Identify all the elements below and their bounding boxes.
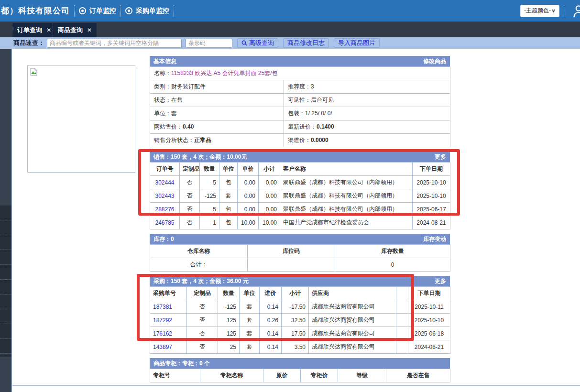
tab-order-query[interactable]: 订单查询 ✕ <box>12 23 56 37</box>
po-link[interactable]: 143897 <box>150 340 187 354</box>
channel-price-label: 渠道价： <box>288 137 311 143</box>
col-order-no: 订单号 <box>150 163 180 176</box>
sales-header-row: 订单号 定制品 数量 单位 单价 小计 客户名称 下单日期 <box>150 163 450 176</box>
collapsed-sidebar-menu <box>0 206 11 357</box>
col-stock-qty: 库存数量 <box>335 245 450 258</box>
sidebar-collapsed-item[interactable] <box>0 309 11 324</box>
packaging-value: 1/ 25/ 0/ 0/ <box>305 110 332 117</box>
purchase-row: 176162 否 125 套 0.14 17.50 成都欣兴达商贸有限公司 20… <box>150 327 450 340</box>
tab-order-query-label: 订单查询 <box>17 26 42 34</box>
close-icon[interactable]: ✕ <box>87 27 92 33</box>
info-row: 状态：在售 可见性：后台可见 <box>150 94 450 107</box>
sidebar-collapsed-item[interactable] <box>0 220 11 235</box>
basic-info-panel: 基本信息 修改商品 名称：1158233 欣兴达 A5 会计凭单封面 25套/包… <box>150 56 450 147</box>
visibility-label: 可见性： <box>288 97 311 103</box>
sidebar-collapsed-item[interactable] <box>0 206 11 220</box>
tab-product-query[interactable]: 商品查询 ✕ <box>53 23 97 37</box>
sidebar-collapsed-item[interactable] <box>0 265 11 280</box>
advanced-search-label: 高级查询 <box>249 39 274 47</box>
edit-product-link[interactable]: 修改商品 <box>423 57 446 65</box>
sales-more-link[interactable]: 更多 <box>435 153 446 161</box>
col-unit: 单位 <box>240 287 260 300</box>
purchase-row: 143897 否 25 套 0.14 3.50 成都欣兴达商贸有限公司 2024… <box>150 340 450 354</box>
col-price: 单价 <box>238 163 259 176</box>
counter-header: 商品专柜：专柜：0 个 <box>150 358 450 369</box>
status-label: 状态： <box>154 97 171 103</box>
po-link[interactable]: 187381 <box>150 300 187 314</box>
packaging-label: 包装： <box>288 110 305 117</box>
sales-header: 销售：150 套，4 次；金额：10.00元 更多 <box>150 152 450 162</box>
menu-purchase-monitor-label: 采购单监控 <box>136 7 169 15</box>
sidebar-collapsed-item[interactable] <box>0 280 11 294</box>
sidebar-collapsed-item[interactable] <box>0 294 11 309</box>
import-product-image-button[interactable]: 导入商品图片 <box>334 38 380 48</box>
search-icon <box>241 40 247 46</box>
chevron-down-icon: ∨ <box>551 8 556 14</box>
topbar: 都）科技有限公司 订单监控 采购单监控 -主题颜色- ∨ <box>0 0 580 22</box>
product-name: 1158233 欣兴达 A5 会计凭单封面 25套/包 <box>171 70 278 76</box>
product-name-row: 名称：1158233 欣兴达 A5 会计凭单封面 25套/包 <box>150 67 450 80</box>
sidebar-collapsed-item[interactable] <box>0 250 11 265</box>
menu-order-monitor-label: 订单监控 <box>89 7 116 15</box>
purchase-header: 采购：150 套，4 次；金额：36.00 元 更多 <box>150 276 450 286</box>
sales-table: 订单号 定制品 数量 单位 单价 小计 客户名称 下单日期 302444 否 5… <box>150 162 450 229</box>
unit-value: 套 <box>171 110 177 117</box>
col-warehouse: 仓库名称 <box>150 245 248 258</box>
collapsed-sidebar[interactable] <box>0 49 12 392</box>
counter-table: 专柜号 专柜名称 原价 专柜价 等级 是否在售 <box>150 369 450 382</box>
col-counter-no: 专柜号 <box>150 369 200 382</box>
name-label: 名称： <box>154 70 171 76</box>
latest-cost-label: 最新进价： <box>288 123 317 130</box>
purchase-table: 采购单号 定制品 数量 单位 进价 小计 供应商 下单日期 187381 否 -… <box>150 286 450 354</box>
inventory-change-link[interactable]: 库存变动 <box>423 235 446 243</box>
visibility-value: 后台可见 <box>311 97 334 103</box>
basic-info-header: 基本信息 修改商品 <box>150 56 450 66</box>
sales-row: 246785 否 1 包 10.00 10.00 中国共产党成都市纪律检查委员会… <box>150 216 450 229</box>
product-search-bar: 商品速查： 高级查询 商品修改日志 导入商品图片 <box>0 37 580 49</box>
keyword-input[interactable] <box>47 39 182 48</box>
product-edit-log-button[interactable]: 商品修改日志 <box>283 38 329 48</box>
menu-purchase-monitor[interactable]: 采购单监控 <box>125 7 169 15</box>
sales-row: 302444 否 5 包 0.00 0.00 聚联鼎盛（成都）科技有限公司（内部… <box>150 176 450 189</box>
menu-order-monitor[interactable]: 订单监控 <box>79 7 116 15</box>
barcode-input[interactable] <box>186 39 232 48</box>
advanced-search-button[interactable]: 高级查询 <box>237 38 278 48</box>
inventory-panel: 库存：0 库存变动 仓库名称 库位码 库存数量 合计： 0 <box>150 234 450 272</box>
order-link[interactable]: 302444 <box>150 176 180 189</box>
col-qty: 数量 <box>200 163 219 176</box>
bottom-divider <box>12 385 580 386</box>
sidebar-collapsed-item[interactable] <box>0 235 11 250</box>
col-date: 下单日期 <box>413 163 450 176</box>
sidebar-collapsed-item[interactable] <box>0 339 11 354</box>
purchase-more-link[interactable]: 更多 <box>435 277 446 285</box>
po-link[interactable]: 187292 <box>150 314 187 327</box>
counter-panel: 商品专柜：专柜：0 个 专柜号 专柜名称 原价 专柜价 等级 是否在售 <box>150 358 450 382</box>
order-link[interactable]: 288276 <box>150 203 180 216</box>
info-row: 网站售价：0.40 最新进价：0.1400 <box>150 120 450 134</box>
inventory-total-code <box>248 258 335 272</box>
col-empty <box>396 287 408 300</box>
col-unit: 单位 <box>219 163 238 176</box>
counter-header-row: 专柜号 专柜名称 原价 专柜价 等级 是否在售 <box>150 369 450 382</box>
close-icon[interactable]: ✕ <box>46 27 51 33</box>
po-link[interactable]: 176162 <box>150 327 187 340</box>
user-button[interactable] <box>573 4 580 18</box>
product-edit-log-label: 商品修改日志 <box>287 39 325 47</box>
info-row: 销售分析状态：正常品 渠道价：0.0000 <box>150 134 450 147</box>
category-value: 财务装订配件 <box>171 83 206 90</box>
purchase-summary: 采购：150 套，4 次；金额：36.00 元 <box>153 277 249 285</box>
broken-image-icon <box>30 68 38 76</box>
col-subtotal: 小计 <box>259 163 280 176</box>
order-link[interactable]: 246785 <box>150 216 180 229</box>
sidebar-collapsed-item[interactable] <box>0 324 11 339</box>
person-icon <box>573 4 580 18</box>
col-supplier: 供应商 <box>309 287 396 300</box>
tabbar: 订单查询 ✕ 商品查询 ✕ <box>0 22 580 37</box>
monitor-eye-icon <box>79 7 86 14</box>
col-po-no: 采购单号 <box>150 287 187 300</box>
theme-color-select[interactable]: -主题颜色- ∨ <box>520 5 559 17</box>
counter-summary: 商品专柜：专柜：0 个 <box>153 359 210 368</box>
order-link[interactable]: 302443 <box>150 189 180 203</box>
recommend-label: 推荐度： <box>288 83 311 90</box>
basic-info-table: 名称：1158233 欣兴达 A5 会计凭单封面 25套/包 类别：财务装订配件… <box>150 66 450 147</box>
